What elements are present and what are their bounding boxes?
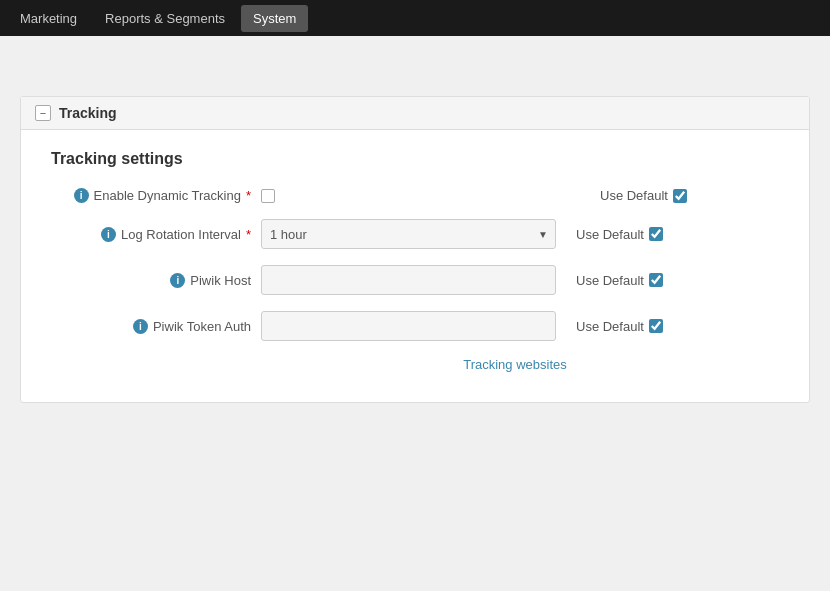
use-default-piwik-host-checkbox[interactable] — [649, 273, 663, 287]
info-icon-piwik-host[interactable]: i — [170, 273, 185, 288]
tracking-websites-row: Tracking websites — [51, 357, 779, 372]
panel-body: Tracking settings i Enable Dynamic Track… — [21, 130, 809, 402]
use-default-piwik-token-auth: Use Default — [576, 319, 686, 334]
nav-item-system[interactable]: System — [241, 5, 308, 32]
panel-title: Tracking — [59, 105, 117, 121]
nav-item-reports-segments[interactable]: Reports & Segments — [93, 5, 237, 32]
field-label-enable-dynamic-tracking: i Enable Dynamic Tracking * — [51, 188, 251, 203]
log-rotation-interval-select-wrapper: 1 hour 2 hours 6 hours 12 hours 24 hours — [261, 219, 556, 249]
field-label-piwik-token-auth: i Piwik Token Auth — [51, 319, 251, 334]
use-default-enable-dynamic-tracking-checkbox[interactable] — [673, 189, 687, 203]
tracking-websites-link[interactable]: Tracking websites — [463, 357, 567, 372]
tracking-panel: − Tracking Tracking settings i Enable Dy… — [20, 96, 810, 403]
collapse-button[interactable]: − — [35, 105, 51, 121]
piwik-host-input[interactable] — [261, 265, 556, 295]
info-icon-piwik-token-auth[interactable]: i — [133, 319, 148, 334]
info-icon-enable-dynamic-tracking[interactable]: i — [74, 188, 89, 203]
section-title: Tracking settings — [51, 150, 779, 168]
use-default-piwik-token-auth-checkbox[interactable] — [649, 319, 663, 333]
field-row-piwik-token-auth: i Piwik Token Auth Use Default — [51, 311, 779, 341]
log-rotation-interval-select[interactable]: 1 hour 2 hours 6 hours 12 hours 24 hours — [261, 219, 556, 249]
nav-item-marketing[interactable]: Marketing — [8, 5, 89, 32]
field-row-piwik-host: i Piwik Host Use Default — [51, 265, 779, 295]
field-label-piwik-host: i Piwik Host — [51, 273, 251, 288]
use-default-log-rotation-interval: Use Default — [576, 227, 686, 242]
field-label-log-rotation-interval: i Log Rotation Interval * — [51, 227, 251, 242]
piwik-token-auth-input[interactable] — [261, 311, 556, 341]
page-content: − Tracking Tracking settings i Enable Dy… — [0, 36, 830, 591]
top-navbar: Marketing Reports & Segments System — [0, 0, 830, 36]
use-default-enable-dynamic-tracking: Use Default — [600, 188, 710, 203]
field-row-log-rotation-interval: i Log Rotation Interval * 1 hour 2 hours… — [51, 219, 779, 249]
info-icon-log-rotation-interval[interactable]: i — [101, 227, 116, 242]
enable-dynamic-tracking-checkbox[interactable] — [261, 189, 275, 203]
panel-header: − Tracking — [21, 97, 809, 130]
field-row-enable-dynamic-tracking: i Enable Dynamic Tracking * Use Default — [51, 188, 779, 203]
use-default-piwik-host: Use Default — [576, 273, 686, 288]
use-default-log-rotation-interval-checkbox[interactable] — [649, 227, 663, 241]
